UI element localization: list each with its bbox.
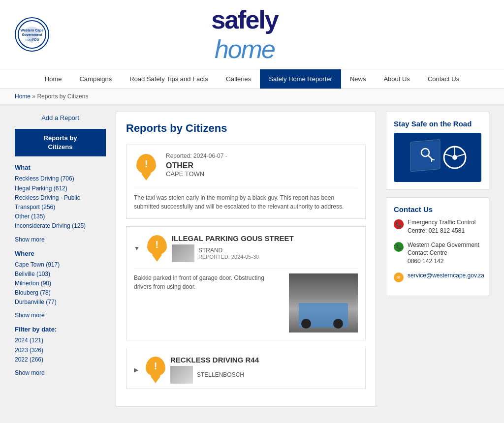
- report-header-1: ! Reported: 2024-06-07 - OTHER CAPE TOWN: [134, 152, 358, 182]
- report-subtitle-3: STELLENBOSCH: [170, 366, 358, 384]
- collapse-arrow-2[interactable]: ▼: [134, 245, 140, 252]
- site-title-safely: safely: [211, 5, 278, 34]
- exclaim-icon-3: !: [154, 361, 158, 372]
- phone-icon: 📞: [396, 222, 402, 227]
- report-sublocation-3: STELLENBOSCH: [197, 371, 244, 378]
- sidebar-date-2022[interactable]: 2022 (266): [15, 355, 106, 364]
- breadcrumb-home-link[interactable]: Home: [15, 93, 31, 100]
- sidebar-date-section: Filter by date: 2024 (121) 2023 (326) 20…: [15, 326, 106, 376]
- emergency-label: Emergency Traffic Control Centre: 021 81…: [408, 219, 476, 234]
- report-meta-2: ILLEGAL PARKING GOUS STREET STRAND REPOR…: [172, 234, 358, 262]
- svg-text:Western Cape: Western Cape: [21, 29, 44, 32]
- report-body-2: Bakkie parked in front of garage door. O…: [134, 268, 358, 332]
- nav-link-home[interactable]: Home: [36, 69, 71, 89]
- report-location-1: CAPE TOWN: [166, 170, 358, 178]
- nav-link-news[interactable]: News: [341, 69, 375, 89]
- right-sidebar: Stay Safe on the Road: [386, 112, 489, 407]
- contact-item-email: ✉ service@westerncape.gov.za: [394, 272, 481, 282]
- list-item: Other (135): [15, 212, 106, 221]
- collapse-arrow-3[interactable]: ▶: [134, 366, 138, 373]
- nav-item-road-safety[interactable]: Road Safety Tips and Facts: [121, 69, 217, 89]
- report-header-3: ▶ ! RECKLESS DRIVING R44 STELLENBOSCH: [134, 356, 358, 384]
- exclaim-icon-1: !: [145, 158, 148, 170]
- list-item: 2024 (121): [15, 336, 106, 345]
- sidebar-where-list: Cape Town (917) Bellville (103) Milnerto…: [15, 260, 106, 307]
- contact-text-wcg: Western Cape Government Contact Centre 0…: [408, 241, 481, 266]
- pin-orange-1: !: [136, 154, 156, 174]
- sidebar-where-milnerton[interactable]: Milnerton (90): [15, 279, 106, 288]
- nav-item-safely-home[interactable]: Safely Home Reporter: [260, 69, 341, 89]
- car-wheel1: [301, 319, 311, 329]
- report-pin-icon-1: !: [134, 152, 158, 182]
- contact-dot-red: 📞: [394, 219, 404, 229]
- sidebar-where-blouberg[interactable]: Blouberg (78): [15, 288, 106, 298]
- sidebar-where-show-more[interactable]: Show more: [15, 312, 106, 319]
- nav-link-galleries[interactable]: Galleries: [217, 69, 260, 89]
- report-card-2: ▼ ! ILLEGAL PARKING GOUS STREET STRAND: [126, 226, 366, 340]
- report-card-3: ▶ ! RECKLESS DRIVING R44 STELLENBOSCH: [126, 348, 366, 389]
- road-safety-svg: [403, 135, 472, 180]
- nav-item-contact[interactable]: Contact Us: [419, 69, 468, 89]
- nav-link-about[interactable]: About Us: [375, 69, 418, 89]
- svg-text:FOR: FOR: [26, 38, 32, 41]
- contact-title: Contact Us: [394, 205, 481, 213]
- report-body-text-1: The taxi was stolen early in the morning…: [134, 194, 344, 210]
- contact-text-email: service@westerncape.gov.za: [408, 272, 484, 280]
- breadcrumb-current: Reports by Citizens: [37, 93, 88, 100]
- report-date-1: Reported: 2024-06-07 -: [166, 152, 358, 159]
- svg-point-13: [452, 155, 457, 160]
- email-link[interactable]: service@westerncape.gov.za: [408, 272, 484, 279]
- contact-us-widget: Contact Us 📞 Emergency Traffic Control C…: [386, 197, 489, 296]
- breadcrumb: Home » Reports by Citizens: [0, 89, 504, 104]
- wcg-number: 0860 142 142: [408, 257, 481, 266]
- report-body-1: The taxi was stolen early in the morning…: [134, 188, 358, 211]
- sidebar-what-section: What Reckless Driving (706) Illegal Park…: [15, 164, 106, 242]
- nav-link-road-safety[interactable]: Road Safety Tips and Facts: [121, 69, 217, 89]
- wcg-label: Western Cape Government Contact Centre: [408, 241, 481, 258]
- sidebar-where-section: Where Cape Town (917) Bellville (103) Mi…: [15, 250, 106, 319]
- sidebar-where-durbanville[interactable]: Durbanville (77): [15, 298, 106, 307]
- site-title: safely home: [211, 5, 278, 64]
- exclaim-icon-2: !: [156, 239, 159, 250]
- report-card-1: ! Reported: 2024-06-07 - OTHER CAPE TOWN…: [126, 145, 366, 219]
- main-layout: Add a Report Reports byCitizens What Rec…: [0, 104, 504, 414]
- nav-link-safely-home[interactable]: Safely Home Reporter: [260, 69, 341, 89]
- nav-item-about[interactable]: About Us: [375, 69, 418, 89]
- sidebar-what-list: Reckless Driving (706) Illegal Parking (…: [15, 174, 106, 231]
- sidebar-date-show-more[interactable]: Show more: [15, 369, 106, 376]
- sidebar-where-bellville[interactable]: Bellville (103): [15, 270, 106, 279]
- sidebar-date-2024[interactable]: 2024 (121): [15, 336, 106, 345]
- nav-item-home[interactable]: Home: [36, 69, 71, 89]
- nav-link-campaigns[interactable]: Campaigns: [70, 69, 121, 89]
- phone-icon-2: 📞: [396, 244, 402, 249]
- list-item: Cape Town (917): [15, 260, 106, 270]
- list-item: Reckless Driving - Public Transport (256…: [15, 193, 106, 212]
- sidebar-what-reckless-public[interactable]: Reckless Driving - Public Transport (256…: [15, 193, 106, 212]
- sidebar-what-reckless[interactable]: Reckless Driving (706): [15, 174, 106, 183]
- sidebar-what-other[interactable]: Other (135): [15, 212, 106, 221]
- road-safety-image: [394, 133, 481, 182]
- pin-orange-3: !: [146, 357, 165, 376]
- add-report-link[interactable]: Add a Report: [15, 112, 106, 124]
- sidebar-date-2023[interactable]: 2023 (326): [15, 346, 106, 355]
- nav-item-galleries[interactable]: Galleries: [217, 69, 260, 89]
- svg-text:Government: Government: [22, 33, 42, 36]
- svg-rect-7: [411, 141, 439, 171]
- email-icon: ✉: [397, 275, 401, 280]
- sidebar-what-inconsiderate[interactable]: Inconsiderate Driving (125): [15, 221, 106, 231]
- nav-item-news[interactable]: News: [341, 69, 375, 89]
- contact-item-wcg: 📞 Western Cape Government Contact Centre…: [394, 241, 481, 266]
- reports-by-citizens-button[interactable]: Reports byCitizens: [15, 129, 106, 156]
- sidebar-where-capetown[interactable]: Cape Town (917): [15, 260, 106, 270]
- breadcrumb-separator: »: [32, 93, 37, 100]
- report-location-meta-2: STRAND REPORTED: 2024-05-30: [198, 247, 259, 260]
- report-image-2: [289, 273, 358, 332]
- stay-safe-title: Stay Safe on the Road: [394, 120, 481, 128]
- nav-item-campaigns[interactable]: Campaigns: [70, 69, 121, 89]
- sidebar-what-illegal-parking[interactable]: Illegal Parking (612): [15, 184, 106, 193]
- nav-link-contact[interactable]: Contact Us: [419, 69, 468, 89]
- nav: Home Campaigns Road Safety Tips and Fact…: [0, 69, 504, 89]
- report-thumb-2: [172, 244, 194, 262]
- logo-area: Western Cape Government FOR YOU: [15, 17, 49, 52]
- sidebar-what-show-more[interactable]: Show more: [15, 236, 106, 243]
